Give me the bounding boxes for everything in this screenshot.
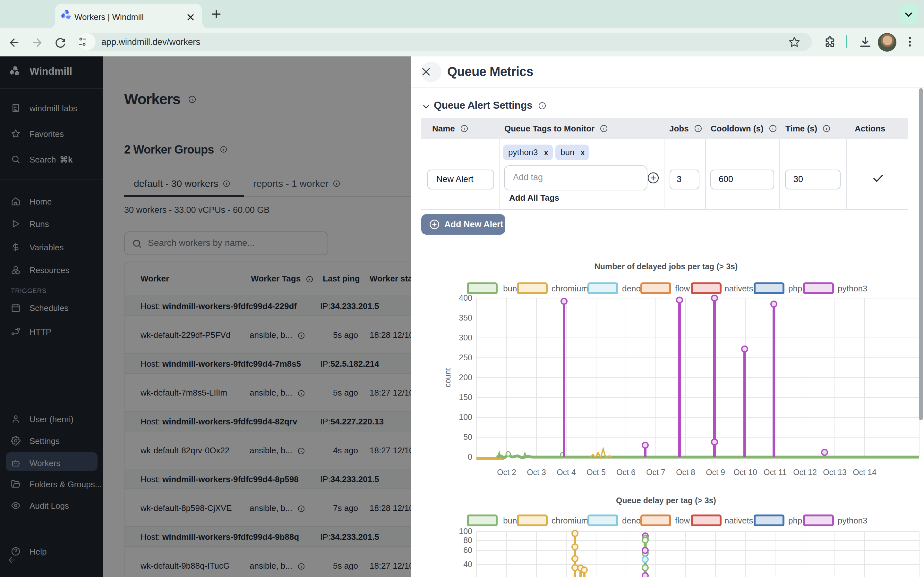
svg-text:Oct 5: Oct 5 bbox=[586, 468, 606, 477]
svg-text:40: 40 bbox=[463, 560, 472, 569]
svg-text:count: count bbox=[443, 367, 452, 387]
svg-text:bun: bun bbox=[503, 516, 517, 525]
svg-text:deno: deno bbox=[622, 516, 641, 525]
svg-text:100: 100 bbox=[459, 413, 472, 422]
svg-text:250: 250 bbox=[459, 353, 472, 362]
svg-text:60: 60 bbox=[463, 546, 472, 554]
svg-text:python3: python3 bbox=[838, 516, 867, 525]
svg-text:400: 400 bbox=[459, 293, 472, 302]
svg-text:Oct 6: Oct 6 bbox=[616, 468, 636, 477]
svg-text:100: 100 bbox=[459, 527, 472, 536]
svg-text:bun: bun bbox=[503, 284, 517, 293]
svg-text:Oct 14: Oct 14 bbox=[853, 468, 877, 477]
svg-text:200: 200 bbox=[459, 373, 472, 382]
svg-text:nativets: nativets bbox=[724, 516, 753, 525]
svg-text:deno: deno bbox=[622, 284, 641, 293]
svg-text:Oct 8: Oct 8 bbox=[676, 468, 695, 477]
svg-text:0: 0 bbox=[468, 452, 472, 461]
svg-text:Oct 4: Oct 4 bbox=[557, 468, 576, 477]
svg-text:80: 80 bbox=[463, 536, 472, 545]
svg-text:flow: flow bbox=[675, 284, 690, 293]
svg-text:flow: flow bbox=[675, 516, 690, 525]
svg-text:Oct 9: Oct 9 bbox=[706, 468, 725, 477]
svg-text:Queue delay per tag (> 3s): Queue delay per tag (> 3s) bbox=[616, 496, 716, 505]
svg-text:Oct 3: Oct 3 bbox=[527, 468, 546, 477]
svg-text:nativets: nativets bbox=[724, 284, 753, 293]
svg-text:Oct 10: Oct 10 bbox=[733, 468, 757, 477]
svg-text:python3: python3 bbox=[838, 284, 867, 293]
svg-text:chromium: chromium bbox=[551, 516, 588, 525]
svg-text:150: 150 bbox=[459, 393, 472, 402]
svg-text:Oct 2: Oct 2 bbox=[497, 468, 516, 477]
svg-text:50: 50 bbox=[463, 432, 472, 442]
svg-text:Oct 7: Oct 7 bbox=[646, 468, 666, 477]
svg-text:php: php bbox=[788, 284, 802, 293]
svg-text:php: php bbox=[788, 516, 802, 525]
svg-text:Number of delayed jobs per tag: Number of delayed jobs per tag (> 3s) bbox=[594, 262, 738, 271]
svg-text:350: 350 bbox=[459, 313, 472, 322]
svg-text:chromium: chromium bbox=[551, 284, 588, 293]
svg-text:Oct 12: Oct 12 bbox=[793, 468, 817, 477]
svg-text:Oct 13: Oct 13 bbox=[823, 468, 846, 477]
svg-text:Oct 11: Oct 11 bbox=[764, 468, 787, 477]
svg-text:300: 300 bbox=[459, 333, 472, 342]
